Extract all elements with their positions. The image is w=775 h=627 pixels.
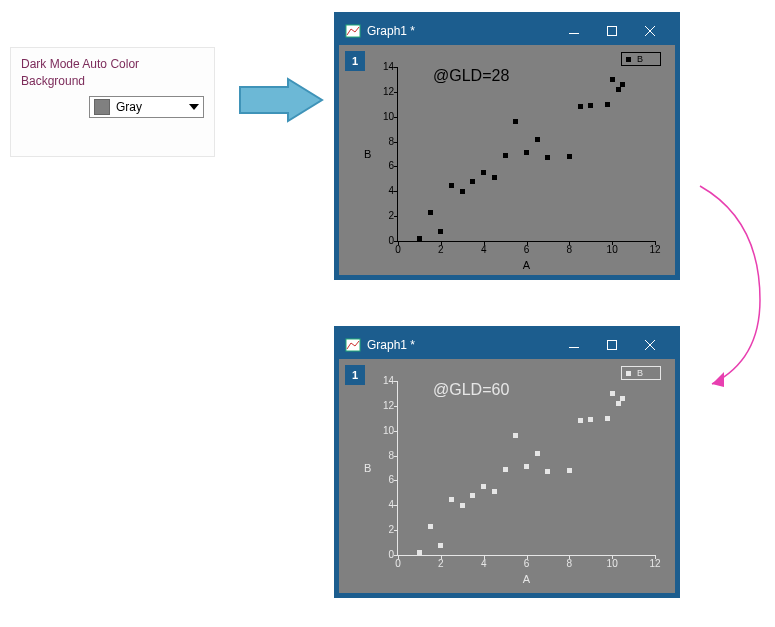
scatter-plot: @GLD=28 B A 02468101202468101214 xyxy=(397,67,655,242)
minimize-button[interactable] xyxy=(555,17,593,45)
y-tick: 14 xyxy=(374,376,394,386)
y-tick: 2 xyxy=(374,525,394,535)
data-point xyxy=(545,469,550,474)
app-icon xyxy=(345,338,361,352)
data-point xyxy=(470,493,475,498)
data-point xyxy=(535,137,540,142)
y-tick: 10 xyxy=(374,426,394,436)
data-point xyxy=(492,489,497,494)
chevron-down-icon xyxy=(189,104,199,110)
graph-window-top: Graph1 * 1 B @GLD=28 B A 024681012024681… xyxy=(334,12,680,280)
legend-label: B xyxy=(637,54,643,64)
data-point xyxy=(417,236,422,241)
data-point xyxy=(438,543,443,548)
data-point xyxy=(428,210,433,215)
data-point xyxy=(503,467,508,472)
titlebar[interactable]: Graph1 * xyxy=(339,331,675,359)
x-tick: 8 xyxy=(559,245,579,255)
y-tick: 10 xyxy=(374,112,394,122)
y-tick: 8 xyxy=(374,451,394,461)
y-tick: 12 xyxy=(374,401,394,411)
x-tick: 6 xyxy=(517,559,537,569)
graph-window-bottom: Graph1 * 1 B @GLD=60 B A 024681012024681… xyxy=(334,326,680,598)
x-tick: 12 xyxy=(645,559,665,569)
data-point xyxy=(588,417,593,422)
x-tick: 2 xyxy=(431,559,451,569)
y-tick: 2 xyxy=(374,211,394,221)
x-tick: 10 xyxy=(602,559,622,569)
data-point xyxy=(481,484,486,489)
data-point xyxy=(503,153,508,158)
data-point xyxy=(620,396,625,401)
data-point xyxy=(616,87,621,92)
y-axis-label: B xyxy=(364,462,371,474)
maximize-button[interactable] xyxy=(593,17,631,45)
data-point xyxy=(481,170,486,175)
legend-marker-icon xyxy=(626,57,631,62)
close-button[interactable] xyxy=(631,17,669,45)
minimize-icon xyxy=(569,340,579,350)
x-tick: 12 xyxy=(645,245,665,255)
data-point xyxy=(449,497,454,502)
app-icon xyxy=(345,24,361,38)
x-tick: 0 xyxy=(388,245,408,255)
plot-body: 1 B @GLD=60 B A 02468101202468101214 xyxy=(339,359,675,593)
svg-marker-7 xyxy=(712,372,724,387)
x-axis-label: A xyxy=(398,573,655,585)
y-tick: 6 xyxy=(374,161,394,171)
data-point xyxy=(428,524,433,529)
legend[interactable]: B xyxy=(621,52,661,66)
data-point xyxy=(417,550,422,555)
data-point xyxy=(610,77,615,82)
dropdown-value: Gray xyxy=(116,100,142,114)
data-point xyxy=(513,119,518,124)
plot-annotation: @GLD=28 xyxy=(433,67,509,85)
background-color-dropdown[interactable]: Gray xyxy=(89,96,204,118)
y-tick: 6 xyxy=(374,475,394,485)
data-point xyxy=(588,103,593,108)
layer-badge[interactable]: 1 xyxy=(345,365,365,385)
setting-label-line1: Dark Mode Auto Color xyxy=(21,56,204,73)
y-tick: 4 xyxy=(374,186,394,196)
layer-badge[interactable]: 1 xyxy=(345,51,365,71)
data-point xyxy=(438,229,443,234)
data-point xyxy=(470,179,475,184)
maximize-button[interactable] xyxy=(593,331,631,359)
data-point xyxy=(524,150,529,155)
legend[interactable]: B xyxy=(621,366,661,380)
plot-body: 1 B @GLD=28 B A 02468101202468101214 xyxy=(339,45,675,275)
x-tick: 8 xyxy=(559,559,579,569)
y-tick: 8 xyxy=(374,137,394,147)
data-point xyxy=(605,102,610,107)
y-axis-label: B xyxy=(364,148,371,160)
close-button[interactable] xyxy=(631,331,669,359)
arrow-right-icon xyxy=(238,77,324,123)
data-point xyxy=(492,175,497,180)
x-tick: 0 xyxy=(388,559,408,569)
y-tick: 0 xyxy=(374,550,394,560)
plot-annotation: @GLD=60 xyxy=(433,381,509,399)
svg-marker-0 xyxy=(240,79,322,121)
data-point xyxy=(535,451,540,456)
color-swatch-icon xyxy=(94,99,110,115)
close-icon xyxy=(645,340,655,350)
maximize-icon xyxy=(607,26,617,36)
data-point xyxy=(616,401,621,406)
titlebar[interactable]: Graph1 * xyxy=(339,17,675,45)
data-point xyxy=(545,155,550,160)
y-tick: 0 xyxy=(374,236,394,246)
window-title: Graph1 * xyxy=(367,24,415,38)
data-point xyxy=(567,468,572,473)
minimize-button[interactable] xyxy=(555,331,593,359)
data-point xyxy=(578,104,583,109)
data-point xyxy=(513,433,518,438)
data-point xyxy=(449,183,454,188)
close-icon xyxy=(645,26,655,36)
settings-panel: Dark Mode Auto Color Background Gray xyxy=(10,47,215,157)
data-point xyxy=(567,154,572,159)
data-point xyxy=(578,418,583,423)
y-tick: 4 xyxy=(374,500,394,510)
x-tick: 2 xyxy=(431,245,451,255)
legend-marker-icon xyxy=(626,371,631,376)
curved-arrow-icon xyxy=(694,180,766,403)
